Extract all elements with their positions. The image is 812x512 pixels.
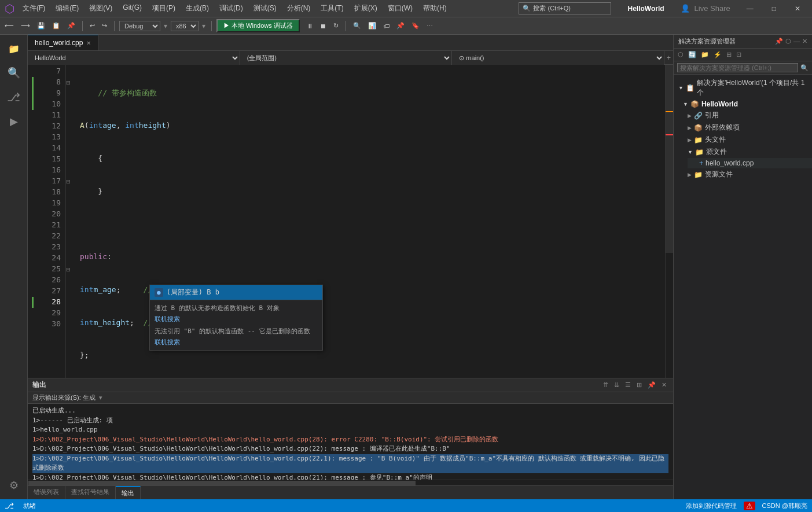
menu-build[interactable]: 生成(B) [181, 2, 214, 14]
sol-tb-3[interactable]: 📁 [699, 50, 711, 60]
menu-file[interactable]: 文件(F) [18, 2, 50, 14]
tree-references[interactable]: ▶ 🔗 引用 [683, 109, 812, 121]
tb-undo[interactable]: ↩ [87, 21, 97, 31]
tab-close-icon[interactable]: ✕ [86, 40, 91, 46]
output-pin-btn[interactable]: 📌 [646, 381, 657, 389]
res-icon: 📁 [694, 171, 703, 179]
status-add-src[interactable]: 添加到源代码管理 [686, 502, 737, 510]
autocomplete-popup[interactable]: ● (局部变量) B b 通过 B 的默认无参构造函数初始化 B 对象 联机搜索… [149, 285, 323, 351]
tb-back[interactable]: ⟵ [2, 21, 16, 31]
global-search[interactable]: 🔍 搜索 (Ctrl+Q) [519, 2, 611, 14]
tab-error-list[interactable]: 错误列表 [28, 486, 65, 499]
menu-git[interactable]: Git(G) [118, 2, 146, 14]
output-close-btn[interactable]: ✕ [660, 381, 668, 389]
sidebar-search-icon[interactable]: 🔍 [2, 61, 25, 84]
output-toolbar-btn4[interactable]: ⊞ [635, 381, 644, 389]
status-text[interactable]: 就绪 [23, 502, 36, 510]
tree-helloworld[interactable]: ▼ 📦 HelloWorld [678, 99, 812, 109]
fold-8[interactable]: ⊟ [66, 77, 75, 88]
output-toolbar-btn3[interactable]: ☰ [623, 381, 633, 389]
tb-config-dropdown[interactable]: ▾ [163, 22, 168, 30]
nav-class-select[interactable]: HelloWorld [28, 51, 240, 65]
live-share-btn[interactable]: 👤 Live Share [681, 4, 730, 13]
tb-config-select[interactable]: DebugRelease [119, 21, 160, 31]
minimize-btn[interactable]: — [740, 0, 760, 17]
tb-save[interactable]: 💾 [35, 21, 47, 31]
sidebar-git-icon[interactable]: ⎇ [2, 86, 25, 109]
menu-analyze[interactable]: 分析(N) [282, 2, 315, 14]
output-hscrollbar[interactable] [28, 480, 673, 485]
tb-extra5[interactable]: 🔖 [409, 21, 422, 31]
sol-minimize-btn[interactable]: — [793, 38, 800, 45]
tree-resource-files[interactable]: ▶ 📁 资源文件 [683, 168, 812, 181]
tb-extra6[interactable]: ⋯ [424, 21, 435, 31]
run-button[interactable]: ▶ 本地 Windows 调试器 [216, 19, 300, 32]
tab-find-symbol[interactable]: 查找符号结果 [65, 486, 116, 499]
minimap-slider[interactable] [666, 65, 673, 253]
sol-expand-btn[interactable]: ⬡ [785, 38, 791, 45]
tb-save2[interactable]: 📋 [50, 21, 63, 31]
output-source-dropdown[interactable]: ▾ [99, 394, 102, 402]
sol-tb-1[interactable]: ⬡ [676, 50, 685, 60]
sol-pin-btn[interactable]: 📌 [775, 38, 783, 45]
line-numbers: 7 8 9 10 11 12 13 14 15 16 17 18 19 20 2… [37, 65, 66, 378]
menu-extensions[interactable]: 扩展(X) [350, 2, 382, 14]
menu-tools[interactable]: 工具(T) [316, 2, 348, 14]
menu-help[interactable]: 帮助(H) [418, 2, 451, 14]
output-content[interactable]: 已启动生成... 1>------ 已启动生成: 项 1>hello_world… [28, 404, 673, 480]
maximize-btn[interactable]: □ [765, 0, 783, 17]
nav-member-select[interactable]: ⊙ main() [452, 51, 664, 65]
nav-expand-btn[interactable]: + [664, 54, 673, 62]
tb-forward[interactable]: ⟶ [19, 21, 32, 31]
sol-tb-4[interactable]: ⚡ [712, 50, 723, 60]
tab-output[interactable]: 输出 [116, 486, 141, 499]
output-toolbar-btn1[interactable]: ⇈ [601, 381, 610, 389]
tb-pin[interactable]: 📌 [65, 21, 78, 31]
menu-edit[interactable]: 编辑(E) [51, 2, 83, 14]
tb-extra1[interactable]: 🔍 [351, 21, 363, 31]
tab-hello-world-cpp[interactable]: hello_world.cpp ✕ [28, 35, 98, 50]
sol-tb-5[interactable]: ⊞ [725, 50, 733, 60]
nav-scope-select[interactable]: (全局范围) [240, 51, 453, 65]
menu-debug[interactable]: 调试(D) [215, 2, 248, 14]
menu-view[interactable]: 视图(V) [84, 2, 117, 14]
tree-hello-world-cpp[interactable]: + hello_world.cpp [688, 158, 812, 168]
tb-extra3[interactable]: 🏷 [381, 21, 392, 31]
ac-link-2[interactable]: 联机搜索 [155, 338, 318, 347]
output-hscroll-thumb[interactable] [28, 481, 416, 485]
tree-solution[interactable]: ▼ 📋 解决方案'HelloWorld'(1 个项目/共 1 个 [674, 77, 812, 99]
tree-header-files[interactable]: ▶ 📁 头文件 [683, 134, 812, 146]
code-line-12: public: [80, 252, 665, 263]
code-editor[interactable]: 7 8 9 10 11 12 13 14 15 16 17 18 19 20 2… [28, 65, 673, 378]
tb-arch-dropdown[interactable]: ▾ [201, 22, 207, 30]
tree-source-files[interactable]: ▼ 📁 源文件 [683, 146, 812, 158]
menu-window[interactable]: 窗口(W) [383, 2, 417, 14]
tb-arch-select[interactable]: x86x64 [171, 21, 199, 31]
gutter-14 [28, 143, 37, 154]
sol-close-btn[interactable]: ✕ [802, 38, 807, 45]
status-error-icon[interactable]: ⚠ [744, 502, 755, 510]
menu-project[interactable]: 项目(P) [148, 2, 180, 14]
menu-test[interactable]: 测试(S) [249, 2, 281, 14]
fold-25[interactable]: ⊟ [66, 264, 75, 275]
sol-tb-6[interactable]: ⊡ [734, 50, 743, 60]
tb-stop[interactable]: ⏹ [318, 21, 329, 31]
tb-extra2[interactable]: 📊 [366, 21, 379, 31]
tb-redo[interactable]: ↪ [100, 21, 109, 31]
tb-sep3 [211, 21, 212, 31]
sidebar-run-icon[interactable]: ▶ [2, 110, 25, 133]
tree-external-deps[interactable]: ▶ 📦 外部依赖项 [683, 121, 812, 134]
fold-17[interactable]: ⊟ [66, 176, 75, 187]
tb-extra4[interactable]: 📌 [394, 21, 407, 31]
sidebar-extensions-icon[interactable]: ⚙ [2, 474, 25, 497]
tb-restart[interactable]: ↻ [331, 21, 341, 31]
ac-link-1[interactable]: 联机搜索 [155, 315, 318, 323]
minimap[interactable] [665, 65, 673, 378]
output-toolbar-btn2[interactable]: ⇊ [612, 381, 621, 389]
close-btn[interactable]: ✕ [788, 0, 807, 17]
tb-pause[interactable]: ⏸ [304, 21, 315, 31]
solution-search-input[interactable] [677, 63, 798, 72]
sol-tb-2[interactable]: 🔄 [686, 50, 698, 60]
sidebar-explorer-icon[interactable]: 📁 [2, 37, 25, 60]
ac-item-1[interactable]: ● (局部变量) B b [150, 285, 322, 300]
